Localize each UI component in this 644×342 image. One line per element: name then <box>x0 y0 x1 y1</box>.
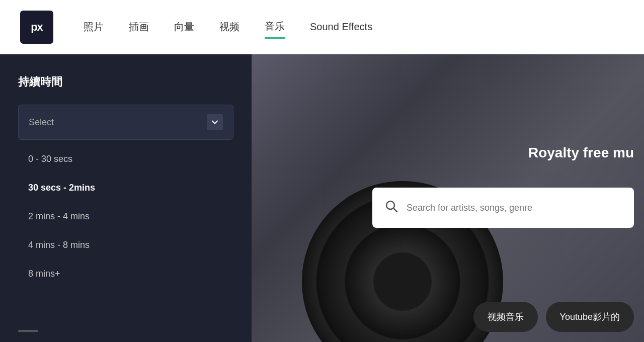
nav-item-music[interactable]: 音乐 <box>265 16 285 39</box>
option-0-30[interactable]: 0 - 30 secs <box>18 145 233 174</box>
hero-section: Royalty free mu 视频音乐 Youtube影片的 <box>252 54 644 342</box>
svg-point-0 <box>386 201 394 209</box>
option-8-plus[interactable]: 8 mins+ <box>18 260 233 288</box>
nav-item-video[interactable]: 视频 <box>219 16 239 38</box>
video-music-button[interactable]: 视频音乐 <box>473 302 538 332</box>
select-placeholder: Select <box>29 117 54 128</box>
sidebar: 持續時間 Select 0 - 30 secs 30 secs - 2mins … <box>0 54 252 342</box>
header: px 照片 插画 向量 视频 音乐 Sound Effects <box>0 0 644 54</box>
nav-item-sound-effects[interactable]: Sound Effects <box>310 17 372 37</box>
royalty-text: Royalty free mu <box>528 145 634 161</box>
option-4-8[interactable]: 4 mins - 8 mins <box>18 231 233 260</box>
logo-text: px <box>31 21 43 34</box>
nav-item-photos[interactable]: 照片 <box>84 16 104 38</box>
nav-item-vector[interactable]: 向量 <box>174 16 194 38</box>
bottom-buttons: 视频音乐 Youtube影片的 <box>473 302 634 332</box>
duration-select[interactable]: Select <box>18 105 233 140</box>
search-input[interactable] <box>407 203 622 213</box>
scrollbar-indicator <box>18 330 38 332</box>
nav: 照片 插画 向量 视频 音乐 Sound Effects <box>84 16 624 39</box>
main-content: 持續時間 Select 0 - 30 secs 30 secs - 2mins … <box>0 54 644 342</box>
logo[interactable]: px <box>20 11 53 44</box>
youtube-button[interactable]: Youtube影片的 <box>546 302 634 332</box>
search-bar <box>372 188 634 228</box>
svg-line-1 <box>394 208 397 212</box>
chevron-down-icon <box>207 114 223 130</box>
duration-options: 0 - 30 secs 30 secs - 2mins 2 mins - 4 m… <box>18 145 233 288</box>
option-2-4[interactable]: 2 mins - 4 mins <box>18 202 233 231</box>
sidebar-title: 持續時間 <box>18 74 233 90</box>
search-icon <box>384 199 398 217</box>
nav-item-illustration[interactable]: 插画 <box>129 16 149 38</box>
option-30-2[interactable]: 30 secs - 2mins <box>18 174 233 202</box>
